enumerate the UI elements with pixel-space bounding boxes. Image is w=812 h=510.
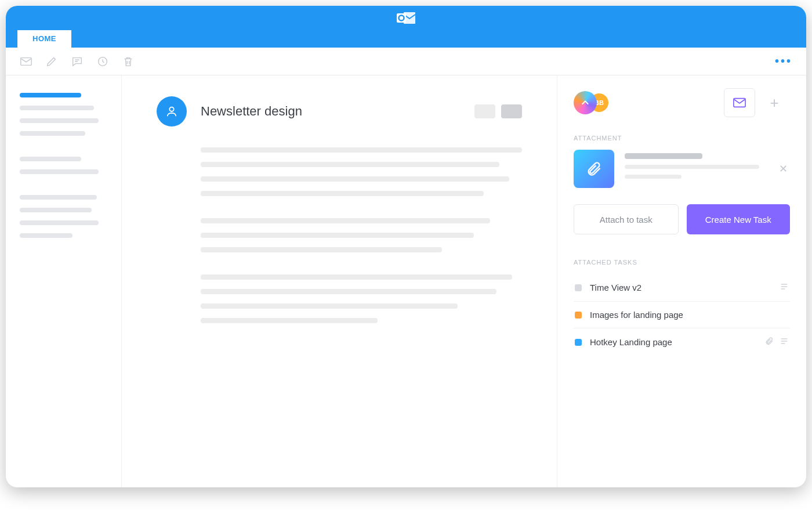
create-new-task-button[interactable]: Create New Task [687, 204, 791, 234]
paperclip-icon [574, 150, 614, 188]
task-title: Time View v2 [590, 283, 641, 292]
app-icons: BB [574, 91, 608, 114]
task-row[interactable]: Images for landing page [574, 302, 790, 328]
outlook-logo-icon [396, 10, 416, 26]
nav-item[interactable] [20, 233, 72, 238]
attach-to-task-button[interactable]: Attach to task [574, 204, 679, 234]
task-status-dot [575, 312, 582, 319]
mail-body [157, 147, 522, 323]
mail-action-chips [474, 104, 522, 118]
nav-item[interactable] [20, 220, 99, 225]
clock-icon[interactable] [96, 55, 109, 68]
clickup-panel: BB + ATTACHMENT ✕ [557, 75, 806, 487]
titlebar [6, 6, 806, 30]
task-title: Images for landing page [590, 310, 683, 320]
nav-item[interactable] [20, 93, 81, 97]
svg-point-5 [169, 107, 173, 111]
chip[interactable] [501, 104, 522, 118]
svg-rect-3 [21, 57, 31, 65]
nav-item[interactable] [20, 208, 92, 212]
paperclip-icon [764, 337, 774, 348]
nav-item[interactable] [20, 131, 85, 136]
body: Newsletter design [6, 75, 806, 487]
panel-tab-mail[interactable] [724, 88, 755, 117]
app-window: HOME ••• [6, 6, 806, 487]
task-row[interactable]: Time View v2 [574, 274, 790, 302]
panel-add-button[interactable]: + [759, 88, 790, 117]
mail-subject: Newsletter design [201, 104, 461, 119]
nav-item[interactable] [20, 118, 99, 123]
attachment-item: ✕ [574, 150, 790, 188]
mail-pane: Newsletter design [122, 75, 557, 487]
chip[interactable] [474, 104, 495, 118]
ribbon-tabs: HOME [6, 30, 806, 48]
more-icon[interactable]: ••• [775, 55, 792, 68]
clickup-icon[interactable] [574, 91, 597, 114]
mail-icon[interactable] [20, 55, 32, 68]
attached-tasks-list: Time View v2Images for landing pageHotke… [574, 274, 790, 356]
trash-icon[interactable] [122, 55, 135, 68]
attachment-section-label: ATTACHMENT [574, 135, 790, 142]
nav-item[interactable] [20, 157, 81, 161]
left-nav [6, 75, 122, 487]
toolbar: ••• [6, 48, 806, 75]
nav-item[interactable] [20, 169, 99, 174]
task-status-dot [575, 339, 582, 346]
nav-item[interactable] [20, 106, 94, 110]
chat-icon[interactable] [71, 55, 84, 68]
task-row[interactable]: Hotkey Landing page [574, 328, 790, 356]
task-status-dot [575, 284, 582, 291]
sender-avatar [157, 96, 187, 126]
task-title: Hotkey Landing page [590, 337, 672, 347]
note-icon [780, 337, 789, 348]
edit-icon[interactable] [45, 55, 58, 68]
nav-item[interactable] [20, 195, 97, 200]
note-icon [780, 282, 789, 293]
tab-home[interactable]: HOME [17, 28, 71, 48]
close-icon[interactable]: ✕ [777, 160, 790, 178]
attached-tasks-label: ATTACHED TASKS [574, 259, 790, 266]
